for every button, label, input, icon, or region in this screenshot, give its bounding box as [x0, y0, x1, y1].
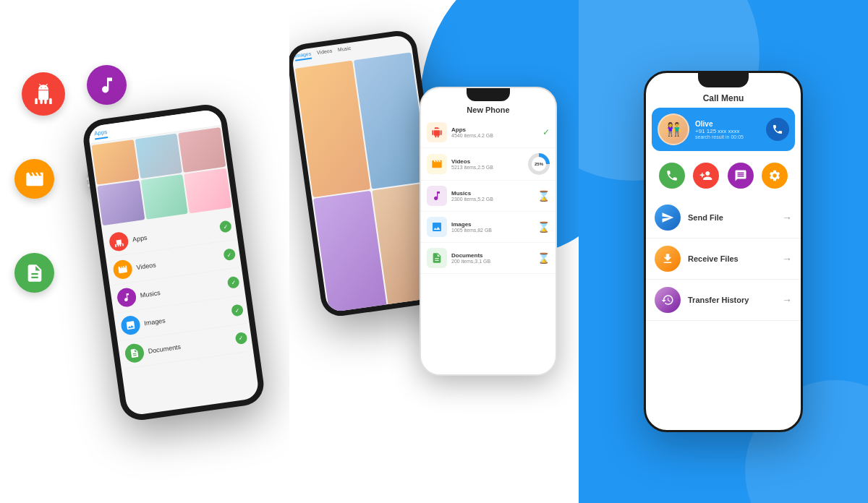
- video-float-icon: [14, 159, 54, 199]
- receive-files-label: Receive Files: [688, 254, 782, 263]
- transfer-item-musics[interactable]: Musics 2300 items,5.2 GB ⌛: [421, 181, 556, 212]
- transfer-videos-name: Videos: [451, 158, 528, 165]
- send-file-arrow: →: [782, 212, 792, 223]
- transfer-item-apps[interactable]: Apps 4540 items,4.2 GB ✓: [421, 117, 556, 148]
- left-section: Apps Apps ✓: [0, 0, 289, 503]
- images-hourglass: ⌛: [537, 221, 550, 233]
- transfer-documents-icon: [427, 248, 447, 268]
- apps-label: Apps: [132, 234, 148, 244]
- transfer-images-name: Images: [451, 221, 537, 228]
- phone-menu-list: Apps ✓ Videos ✓ Musics ✓: [101, 209, 253, 373]
- videos-check: ✓: [223, 248, 236, 261]
- right-section: Call Menu 👫 Olive +91 125 xxx xxxx searc…: [579, 0, 868, 503]
- transfer-apps-info: Apps 4540 items,4.2 GB: [451, 126, 542, 138]
- musics-hourglass: ⌛: [537, 190, 550, 202]
- apps-check: ✓: [219, 220, 232, 233]
- chat-btn[interactable]: [728, 163, 754, 189]
- transfer-videos-size: 5213 items,2.5 GB: [451, 165, 528, 170]
- transfer-musics-name: Musics: [451, 190, 537, 197]
- mid-right-phone: New Phone Apps 4540 items,4.2 GB ✓ Video…: [420, 87, 557, 376]
- send-file-icon: [655, 205, 681, 231]
- musics-icon: [116, 287, 137, 308]
- transfer-apps-icon: [427, 122, 447, 142]
- transfer-documents-name: Documents: [451, 252, 537, 259]
- call-menu-title: Call Menu: [646, 87, 801, 108]
- new-phone-title: New Phone: [421, 101, 556, 117]
- tab-apps[interactable]: Apps: [94, 129, 109, 139]
- left-phone-screen: Apps Apps ✓: [88, 108, 260, 416]
- transfer-images-icon: [427, 217, 447, 237]
- mid-section: Images Videos Music New Phone Apps: [289, 0, 579, 503]
- photo-cell-6: [184, 168, 231, 214]
- transfer-history-item[interactable]: Transfer History →: [646, 280, 801, 321]
- tab-images[interactable]: Images: [294, 51, 312, 61]
- receive-files-arrow: →: [782, 253, 792, 265]
- transfer-videos-info: Videos 5213 items,2.5 GB: [451, 158, 528, 170]
- tab-music[interactable]: Music: [338, 46, 352, 55]
- transfer-musics-info: Musics 2300 items,5.2 GB: [451, 190, 537, 202]
- transfer-images-size: 1005 items,82 GB: [451, 228, 537, 233]
- videos-label: Videos: [136, 261, 156, 271]
- videos-progress-text: 25%: [535, 162, 543, 166]
- transfer-item-documents[interactable]: Documents 200 items,3.1 GB ⌛: [421, 243, 556, 274]
- videos-progress-circle: 25%: [528, 153, 550, 175]
- transfer-apps-name: Apps: [451, 126, 542, 133]
- left-phone: Apps Apps ✓: [81, 102, 267, 423]
- photo-cell-3: [179, 127, 226, 173]
- receive-files-item[interactable]: Receive Files →: [646, 238, 801, 280]
- doc-float-icon: [14, 253, 54, 293]
- documents-label: Documents: [148, 343, 181, 355]
- musics-check: ✓: [227, 276, 240, 289]
- apps-transfer-check: ✓: [542, 127, 550, 137]
- transfer-videos-icon: [427, 154, 447, 174]
- transfer-documents-size: 200 items,3.1 GB: [451, 259, 537, 264]
- right-phone-notch: [698, 73, 749, 87]
- transfer-documents-info: Documents 200 items,3.1 GB: [451, 252, 537, 264]
- mid-right-notch: [467, 88, 510, 101]
- musics-label: Musics: [140, 289, 161, 299]
- photo-cell-4: [97, 181, 145, 226]
- settings-btn[interactable]: [762, 163, 788, 189]
- send-file-label: Send File: [688, 213, 782, 222]
- android-float-icon: [22, 72, 65, 116]
- images-icon: [120, 314, 141, 335]
- transfer-apps-size: 4540 items,4.2 GB: [451, 133, 542, 138]
- receive-files-icon: [655, 246, 681, 272]
- images-label: Images: [144, 317, 166, 327]
- right-phone: Call Menu 👫 Olive +91 125 xxx xxxx searc…: [644, 71, 803, 432]
- contact-info: Olive +91 125 xxx xxxx search result in …: [695, 120, 760, 139]
- transfer-images-info: Images 1005 items,82 GB: [451, 221, 537, 233]
- transfer-history-label: Transfer History: [688, 296, 782, 304]
- transfer-musics-size: 2300 items,5.2 GB: [451, 197, 537, 202]
- transfer-history-icon: [655, 287, 681, 313]
- action-icons-row: [646, 160, 801, 197]
- call-button[interactable]: [766, 118, 789, 141]
- person-add-btn[interactable]: [693, 163, 719, 189]
- transfer-item-images[interactable]: Images 1005 items,82 GB ⌛: [421, 212, 556, 243]
- contact-search-text: search result in 00:05: [695, 134, 760, 139]
- apps-icon: [109, 231, 129, 252]
- contact-card[interactable]: 👫 Olive +91 125 xxx xxxx search result i…: [652, 108, 795, 151]
- documents-hourglass: ⌛: [537, 252, 550, 264]
- contact-phone: +91 125 xxx xxxx: [695, 128, 760, 134]
- send-file-item[interactable]: Send File →: [646, 197, 801, 238]
- documents-icon: [124, 343, 145, 364]
- contact-name: Olive: [695, 120, 760, 128]
- transfer-history-arrow: →: [782, 294, 792, 306]
- phone-action-btn[interactable]: [659, 163, 685, 189]
- contact-avatar: 👫: [658, 113, 689, 145]
- transfer-musics-icon: [427, 186, 447, 206]
- photo-cell-1: [91, 139, 139, 185]
- photo-cell-5: [140, 174, 188, 220]
- tab-videos[interactable]: Videos: [317, 48, 333, 58]
- photo-cell-2: [135, 134, 182, 179]
- music-float-icon: [87, 65, 127, 105]
- documents-check: ✓: [234, 332, 247, 345]
- images-check: ✓: [231, 304, 244, 317]
- transfer-item-videos[interactable]: Videos 5213 items,2.5 GB 25%: [421, 148, 556, 181]
- videos-icon: [112, 259, 133, 280]
